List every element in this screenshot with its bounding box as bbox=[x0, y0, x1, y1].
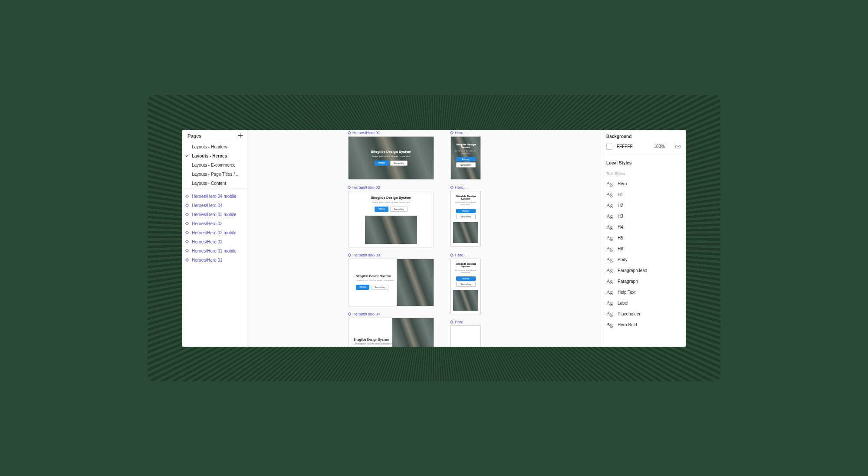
text-style-item[interactable]: AgH3 bbox=[606, 211, 681, 222]
component-icon bbox=[348, 312, 351, 315]
cta-secondary-button[interactable]: Secondary bbox=[456, 282, 476, 287]
page-item-label: Layouts - Page Titles / ... bbox=[192, 172, 240, 177]
artboard-hero-02-mobile[interactable]: Siteglide Design System Lorem ipsum dolo… bbox=[450, 191, 481, 246]
component-icon bbox=[450, 131, 454, 134]
pages-panel: Pages Layouts - Headers Layouts - Heroes… bbox=[182, 130, 247, 347]
page-item-page-titles[interactable]: Layouts - Page Titles / ... bbox=[182, 170, 247, 179]
text-style-item[interactable]: AgLabel bbox=[606, 298, 681, 309]
component-icon bbox=[450, 253, 454, 256]
app-window: Pages Layouts - Headers Layouts - Heroes… bbox=[182, 130, 686, 347]
frame-item[interactable]: Heroes/Hero 04 bbox=[182, 201, 247, 210]
cta-secondary-button[interactable]: Secondary bbox=[390, 161, 408, 166]
background-heading: Background bbox=[606, 134, 681, 139]
page-item-label: Layouts - Heroes bbox=[192, 154, 227, 158]
page-item-ecommerce[interactable]: Layouts - E-commerce bbox=[182, 161, 247, 170]
add-page-icon[interactable] bbox=[238, 133, 243, 138]
text-style-item[interactable]: AgH6 bbox=[606, 243, 681, 254]
canvas-frame-label[interactable]: Heroes/Hero 03 bbox=[348, 253, 380, 257]
hero-cta-row: Primary Secondary bbox=[456, 276, 476, 287]
ag-icon: Ag bbox=[606, 256, 614, 263]
text-style-item[interactable]: AgH1 bbox=[606, 189, 681, 200]
cta-primary-button[interactable]: Primary bbox=[456, 276, 476, 281]
artboard-hero-04[interactable]: Siteglide Design System Lorem ipsum dolo… bbox=[348, 318, 434, 347]
artboard-hero-02[interactable]: Siteglide Design System Lorem ipsum dolo… bbox=[348, 191, 434, 247]
visibility-toggle-icon[interactable] bbox=[675, 145, 681, 148]
cta-secondary-button[interactable]: Secondary bbox=[390, 207, 408, 212]
cta-primary-button[interactable]: Primary bbox=[375, 161, 388, 166]
text-style-item[interactable]: AgParagraph.lead bbox=[606, 265, 681, 276]
text-style-item[interactable]: AgH5 bbox=[606, 233, 681, 243]
hero-image bbox=[392, 318, 434, 347]
canvas-frame-label[interactable]: Heroes/Hero 04 bbox=[348, 312, 380, 316]
ag-icon: Ag bbox=[606, 181, 614, 187]
text-style-name: H6 bbox=[618, 246, 623, 251]
artboard-hero-01-mobile[interactable]: Siteglide Design System Lorem ipsum dolo… bbox=[450, 136, 481, 180]
hero-image bbox=[453, 222, 478, 243]
canvas-frame-label-text: Hero... bbox=[455, 185, 467, 190]
cta-primary-button[interactable]: Primary bbox=[356, 285, 369, 290]
artboard-hero-04-mobile[interactable] bbox=[450, 325, 481, 347]
text-style-name: Label bbox=[618, 301, 628, 305]
component-icon bbox=[450, 185, 454, 189]
ag-icon: Ag bbox=[606, 267, 614, 274]
canvas-frame-label[interactable]: Heroes/Hero 01 bbox=[348, 131, 380, 135]
inspector-panel: Background FFFFFF 100% Local Styles Text… bbox=[601, 130, 686, 347]
frame-item[interactable]: Heroes/Hero 02 mobile bbox=[182, 228, 247, 237]
canvas-frame-label[interactable]: Hero... bbox=[450, 131, 467, 135]
page-item-content[interactable]: Layouts - Content bbox=[182, 179, 247, 188]
text-style-item[interactable]: AgHero bbox=[606, 178, 681, 189]
cta-secondary-button[interactable]: Secondary bbox=[371, 285, 388, 290]
text-style-list: AgHero AgH1 AgH2 AgH3 AgH4 AgH5 AgH6 AgB… bbox=[606, 178, 681, 330]
frame-item[interactable]: Heroes/Hero 01 mobile bbox=[182, 246, 247, 256]
text-style-item[interactable]: AgHelp Text bbox=[606, 287, 681, 298]
frame-item-label: Heroes/Hero 01 mobile bbox=[192, 249, 237, 253]
text-style-item[interactable]: AgParagraph bbox=[606, 276, 681, 287]
canvas-frame-label-text: Hero... bbox=[455, 253, 467, 257]
canvas-frame-label[interactable]: Hero... bbox=[450, 320, 467, 324]
background-fill-row[interactable]: FFFFFF 100% bbox=[606, 142, 681, 155]
hero-title: Siteglide Design System bbox=[356, 275, 391, 278]
hero-subtitle: Lorem ipsum dolor sit amet consectetur bbox=[451, 150, 480, 154]
background-opacity[interactable]: 100% bbox=[654, 144, 665, 149]
page-item-headers[interactable]: Layouts - Headers bbox=[182, 142, 247, 151]
text-style-name: H2 bbox=[618, 203, 623, 208]
text-style-name: Hero bbox=[618, 181, 627, 186]
hero-cta-row: Primary Secondary bbox=[456, 157, 476, 167]
ag-icon: Ag bbox=[606, 300, 614, 306]
hero-image bbox=[453, 290, 478, 311]
hero-title: Siteglide Design System bbox=[371, 150, 411, 154]
artboard-hero-03-mobile[interactable]: Siteglide Design System Lorem ipsum dolo… bbox=[450, 259, 481, 314]
component-icon bbox=[450, 320, 454, 323]
frame-item[interactable]: Heroes/Hero 02 bbox=[182, 237, 247, 246]
check-icon bbox=[185, 154, 189, 158]
cta-secondary-button[interactable]: Secondary bbox=[456, 214, 476, 219]
text-style-name: H3 bbox=[618, 214, 623, 219]
pages-panel-header: Pages bbox=[182, 130, 247, 142]
text-style-item[interactable]: AgHero.Bold bbox=[606, 319, 681, 330]
canvas-frame-label[interactable]: Hero... bbox=[450, 185, 467, 190]
cta-primary-button[interactable]: Primary bbox=[456, 209, 476, 213]
canvas-frame-label[interactable]: Heroes/Hero 02 bbox=[348, 185, 380, 190]
frame-item-label: Heroes/Hero 02 mobile bbox=[192, 230, 237, 235]
canvas[interactable]: Heroes/Hero 01 Siteglide Design System L… bbox=[247, 130, 601, 347]
frame-item[interactable]: Heroes/Hero 01 bbox=[182, 256, 247, 265]
artboard-hero-01[interactable]: Siteglide Design System Lorem ipsum dolo… bbox=[348, 136, 434, 180]
frame-item[interactable]: Heroes/Hero 03 mobile bbox=[182, 210, 247, 219]
page-item-heroes[interactable]: Layouts - Heroes bbox=[182, 151, 247, 161]
text-style-item[interactable]: AgH2 bbox=[606, 200, 681, 211]
frame-item[interactable]: Heroes/Hero 04 mobile bbox=[182, 192, 247, 201]
text-style-item[interactable]: AgH4 bbox=[606, 222, 681, 233]
component-icon bbox=[185, 203, 189, 207]
cta-primary-button[interactable]: Primary bbox=[375, 207, 388, 212]
canvas-frame-label-text: Heroes/Hero 04 bbox=[352, 312, 380, 316]
canvas-frame-label[interactable]: Hero... bbox=[450, 253, 467, 257]
artboard-hero-03[interactable]: Siteglide Design System Lorem ipsum dolo… bbox=[348, 259, 434, 306]
frame-item[interactable]: Heroes/Hero 03 bbox=[182, 219, 247, 228]
color-swatch[interactable] bbox=[606, 144, 612, 150]
text-style-item[interactable]: AgBody bbox=[606, 254, 681, 265]
background-hex[interactable]: FFFFFF bbox=[617, 144, 633, 149]
ag-icon: Ag bbox=[606, 224, 614, 230]
text-style-item[interactable]: AgPlaceholder bbox=[606, 309, 681, 319]
cta-primary-button[interactable]: Primary bbox=[456, 157, 476, 161]
cta-secondary-button[interactable]: Secondary bbox=[456, 162, 476, 167]
